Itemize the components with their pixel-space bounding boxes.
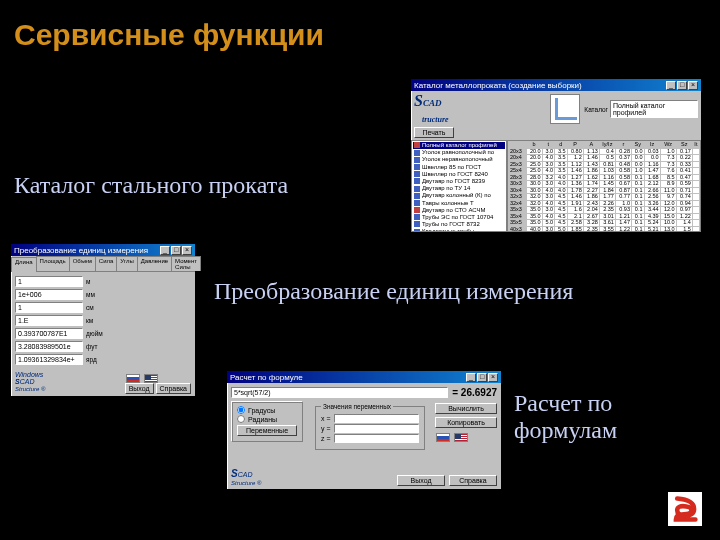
unit-value[interactable]: 1: [15, 276, 83, 287]
book-icon: [414, 214, 420, 220]
maximize-icon[interactable]: □: [477, 373, 487, 382]
angle-mode-group: Градусы Радианы Переменные: [231, 401, 303, 442]
tree-item[interactable]: Двутавр по ТУ 14: [413, 185, 505, 192]
book-icon: [414, 171, 420, 177]
profile-grid[interactable]: btdPAIy/IzrSyIzWzSzIt20x320.03.03.50.801…: [507, 140, 701, 232]
unit-label: мм: [86, 291, 95, 298]
unit-row: 1см: [15, 302, 191, 313]
profile-tree[interactable]: Полный каталог профилейУголок равнополоч…: [411, 140, 507, 232]
convert-window-title: Преобразование единиц измерения: [14, 246, 148, 255]
variable-input[interactable]: [334, 424, 419, 433]
unit-row: 0.393700787E1дюйм: [15, 328, 191, 339]
unit-value[interactable]: 1: [15, 302, 83, 313]
unit-value[interactable]: 1e+006: [15, 289, 83, 300]
tab-6[interactable]: Момент Силы: [171, 256, 201, 271]
minimize-icon[interactable]: _: [666, 81, 676, 90]
tab-5[interactable]: Давление: [137, 256, 172, 271]
caption-formula: Расчет по формулам: [514, 390, 720, 444]
catalog-window: Каталог металлопроката (создание выборки…: [410, 78, 702, 233]
unit-label: м: [86, 278, 90, 285]
formula-result: = 26.6927: [452, 387, 497, 398]
unit-value[interactable]: 3.28083989501e: [15, 341, 83, 352]
unit-row: 1.Eкм: [15, 315, 191, 326]
unit-tabs[interactable]: ДлинаПлощадьОбъемСилаУглыДавлениеМомент …: [11, 256, 195, 272]
catalog-titlebar[interactable]: Каталог металлопроката (создание выборки…: [411, 79, 701, 91]
convert-titlebar[interactable]: Преобразование единиц измерения _ □ ×: [11, 244, 195, 256]
radio-radians[interactable]: Радианы: [237, 415, 297, 423]
tree-item[interactable]: Трубы по ГОСТ 8732: [413, 221, 505, 228]
maximize-icon[interactable]: □: [677, 81, 687, 90]
flag-us-icon[interactable]: [144, 374, 158, 383]
variable-row: x =: [321, 414, 419, 423]
exit-button[interactable]: Выход: [125, 383, 154, 394]
print-button[interactable]: Печать: [414, 127, 454, 138]
tab-2[interactable]: Объем: [69, 256, 96, 271]
flag-ru-icon[interactable]: [126, 374, 140, 383]
minimize-icon[interactable]: _: [160, 246, 170, 255]
flag-ru-icon[interactable]: [436, 433, 450, 442]
exit-button[interactable]: Выход: [397, 475, 445, 486]
scad-logo: SCADtructure: [414, 93, 449, 125]
unit-row: 3.28083989501eфут: [15, 341, 191, 352]
tree-item[interactable]: Полный каталог профилей: [413, 142, 505, 149]
tab-4[interactable]: Углы: [116, 256, 137, 271]
formula-input[interactable]: 5*sqrt(57/2): [231, 387, 448, 398]
book-icon: [414, 157, 420, 163]
tab-0[interactable]: Длина: [11, 257, 37, 272]
tree-item[interactable]: Двутавр по СТО АСЧМ: [413, 207, 505, 214]
scad-logo: WindowsSCADStructure ®: [15, 371, 45, 392]
tree-item[interactable]: Квадратные трубы: [413, 228, 505, 232]
flag-us-icon[interactable]: [454, 433, 468, 442]
unit-value[interactable]: 0.393700787E1: [15, 328, 83, 339]
scad-logo: SCADStructure ®: [231, 469, 261, 486]
variables-legend: Значения переменных: [321, 403, 393, 410]
caption-convert: Преобразование единиц измерения: [214, 278, 573, 305]
compute-button[interactable]: Вычислить: [435, 403, 497, 414]
tree-item[interactable]: Трубы ЭС по ГОСТ 10704: [413, 214, 505, 221]
help-button[interactable]: Справка: [156, 383, 191, 394]
unit-label: дюйм: [86, 330, 103, 337]
table-row[interactable]: 40x340.03.05.01.852.353.551.220.15.2113.…: [509, 226, 700, 232]
close-icon[interactable]: ×: [182, 246, 192, 255]
variable-input[interactable]: [334, 414, 419, 423]
book-icon: [414, 164, 420, 170]
help-button[interactable]: Справка: [449, 475, 497, 486]
caption-catalog: Каталог стального проката: [14, 172, 288, 199]
variables-button[interactable]: Переменные: [237, 425, 297, 436]
close-icon[interactable]: ×: [688, 81, 698, 90]
tab-1[interactable]: Площадь: [36, 256, 70, 271]
variable-row: y =: [321, 424, 419, 433]
tree-item[interactable]: Уголок равнополочный по: [413, 149, 505, 156]
variable-input[interactable]: [334, 434, 419, 443]
unit-label: км: [86, 317, 93, 324]
unit-value[interactable]: 1.E: [15, 315, 83, 326]
tree-item[interactable]: Двутавр колонный (К) по: [413, 192, 505, 199]
radio-degrees[interactable]: Градусы: [237, 406, 297, 414]
convert-window: Преобразование единиц измерения _ □ × Дл…: [10, 243, 196, 397]
book-icon: [414, 178, 420, 184]
tab-3[interactable]: Сила: [95, 256, 118, 271]
unit-row: 1м: [15, 276, 191, 287]
tree-item[interactable]: Уголок неравнополочный: [413, 156, 505, 163]
copy-button[interactable]: Копировать: [435, 417, 497, 428]
corner-logo-icon: [668, 492, 702, 526]
formula-window-title: Расчет по формуле: [230, 373, 303, 382]
tree-item[interactable]: Тавры колонные Т: [413, 200, 505, 207]
unit-row: 1.09361329834e+ярд: [15, 354, 191, 365]
unit-label: ярд: [86, 356, 97, 363]
tree-item[interactable]: Двутавр по ГОСТ 8239: [413, 178, 505, 185]
catalog-window-title: Каталог металлопроката (создание выборки…: [414, 81, 582, 90]
book-icon: [414, 207, 420, 213]
variable-row: z =: [321, 434, 419, 443]
tree-item[interactable]: Швеллер по ГОСТ 8240: [413, 171, 505, 178]
catalog-label: Каталог: [584, 106, 608, 113]
book-icon: [414, 221, 420, 227]
unit-value[interactable]: 1.09361329834e+: [15, 354, 83, 365]
tree-item[interactable]: Швеллер 85 по ГОСТ: [413, 164, 505, 171]
minimize-icon[interactable]: _: [466, 373, 476, 382]
angle-profile-icon: [550, 94, 580, 124]
catalog-select[interactable]: Полный каталог профилей: [610, 100, 698, 118]
close-icon[interactable]: ×: [488, 373, 498, 382]
maximize-icon[interactable]: □: [171, 246, 181, 255]
formula-titlebar[interactable]: Расчет по формуле _ □ ×: [227, 371, 501, 383]
